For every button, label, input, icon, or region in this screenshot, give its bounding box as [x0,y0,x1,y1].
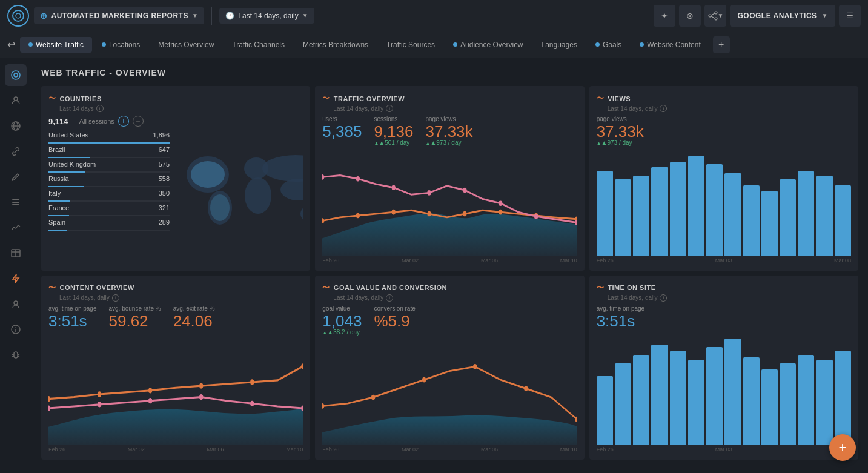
bar [615,363,631,445]
remove-country-button[interactable]: − [133,116,144,127]
country-row: Brazil 647 [48,146,170,157]
sidebar-icon-analytics[interactable] [5,217,27,239]
tab-audience-overview[interactable]: Audience Overview [445,37,531,53]
sidebar-icon-lightning[interactable] [5,268,27,289]
svg-point-40 [356,213,360,219]
share-icon[interactable]: ▼ [704,5,726,27]
tab-metrics-overview[interactable]: Metrics Overview [150,37,222,53]
sidebar-icon-dashboard[interactable] [5,64,27,86]
fab-add-button[interactable]: + [829,434,856,461]
svg-point-2 [715,12,717,14]
calendar-icon: 🕐 [225,12,234,20]
settings-icon[interactable]: ✦ [654,5,675,27]
date-selector[interactable]: 🕐 Last 14 days, daily ▼ [219,8,314,24]
bar [615,179,631,256]
tab-website-content[interactable]: Website Content [631,37,709,53]
svg-point-56 [98,391,101,397]
card-subtitle: Last 14 days, daily i [333,294,577,302]
metrics-row: avg. time on page 3:51s avg. bounce rate… [48,305,303,329]
sidebar-icon-users[interactable] [5,90,27,111]
chart-labels: Feb 26 Mar 03 Mar 08 [597,445,851,452]
goal-value-metric: goal value 1,043 ▲38.2 / day [322,305,362,336]
tab-label: Traffic Sources [386,41,435,49]
dashboard-grid: 〜 COUNTRIES Last 14 days i 9,114 – All s… [41,86,858,460]
bar [633,176,649,256]
countries-list: 9,114 – All sessions + − United States 1… [48,116,170,263]
menu-icon[interactable]: ☰ [839,5,861,27]
main-content: WEB TRAFFIC - OVERVIEW 〜 COUNTRIES Last … [31,58,868,473]
toolbar-icons: ✦ ⊗ ▼ GOOGLE ANALYTICS ▼ ☰ [654,5,861,27]
svg-point-4 [715,18,717,20]
bar [761,191,778,256]
card-subtitle: Last 14 days, daily i [608,105,851,112]
add-country-button[interactable]: + [118,116,129,127]
svg-line-5 [711,13,715,15]
svg-point-51 [463,188,467,193]
svg-point-47 [322,174,324,180]
svg-line-6 [711,16,715,18]
svg-point-70 [473,364,477,369]
svg-point-1 [16,13,21,18]
card-subtitle: Last 14 days i [59,105,303,112]
tab-traffic-sources[interactable]: Traffic Sources [378,37,443,53]
bar [706,347,723,445]
tab-languages[interactable]: Languages [533,37,586,53]
svg-point-38 [210,194,230,221]
sidebar-icon-info[interactable] [5,319,27,340]
svg-point-48 [356,176,360,182]
bar [706,164,723,256]
card-header: 〜 VIEWS [597,93,851,104]
tab-traffic-channels[interactable]: Traffic Channels [224,37,293,53]
tab-locations[interactable]: Locations [93,37,148,53]
svg-rect-13 [12,199,19,200]
tab-label: Languages [542,41,577,49]
card-title: 〜 GOAL VALUE AND CONVERSION [322,283,447,293]
tab-label: Website Content [647,41,701,49]
bar [633,355,649,446]
add-tab-button[interactable]: + [713,36,730,53]
sidebar-icon-table[interactable] [5,242,27,264]
views-card: 〜 VIEWS Last 14 days, daily i page views… [589,86,858,271]
sidebar-icon-edit[interactable] [5,166,27,188]
filter-icon[interactable]: ⊗ [679,5,701,27]
world-map [174,116,303,263]
svg-point-52 [499,200,502,206]
tab-dot [640,42,644,47]
sidebar-icon-bug[interactable] [5,344,27,366]
sidebar-icon-person[interactable] [5,293,27,315]
report-chevron-icon: ▼ [192,12,198,19]
metrics-row: goal value 1,043 ▲38.2 / day conversion … [322,305,577,336]
card-icon: 〜 [48,93,56,104]
svg-point-34 [262,155,303,182]
ga-selector[interactable]: GOOGLE ANALYTICS ▼ [730,5,835,27]
svg-point-9 [14,97,18,101]
report-selector[interactable]: ⊕ AUTOMATED MARKETING REPORTS ▼ [34,7,204,24]
sidebar-icon-link[interactable] [5,141,27,162]
topbar: ⊕ AUTOMATED MARKETING REPORTS ▼ 🕐 Last 1… [0,0,868,31]
tab-back-icon[interactable]: ↩ [7,39,15,50]
card-icon: 〜 [322,283,330,293]
country-bar [48,186,84,187]
sessions-metric: sessions 9,136 ▲501 / day [374,116,413,146]
country-row: Spain 289 [48,219,170,230]
sidebar-icon-list[interactable] [5,191,27,213]
bar [798,355,814,446]
bar [651,345,668,445]
bar [761,369,778,445]
svg-point-33 [245,177,271,214]
tab-metrics-breakdowns[interactable]: Metrics Breakdowns [294,37,377,53]
card-title: 〜 COUNTRIES [48,93,102,104]
tab-goals[interactable]: Goals [587,37,630,53]
logo[interactable] [7,5,29,27]
metrics-row: users 5,385 sessions 9,136 ▲501 / day pa… [322,116,577,146]
bar [743,185,760,256]
svg-point-59 [250,379,254,385]
country-bar-bg [48,230,170,231]
ga-name: GOOGLE ANALYTICS [737,12,817,20]
country-row: Russia 558 [48,175,170,186]
svg-point-3 [709,15,711,17]
tab-dot [28,42,33,47]
country-row: United Kingdom 575 [48,160,170,171]
tab-website-traffic[interactable]: Website Traffic [20,37,92,53]
sidebar-icon-globe[interactable] [5,115,27,137]
